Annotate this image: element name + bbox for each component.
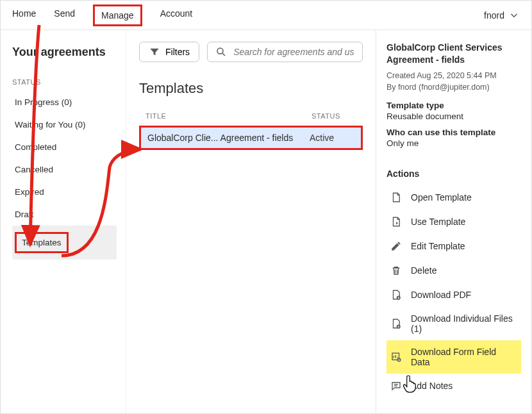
col-status-header: STATUS bbox=[312, 112, 356, 120]
templates-heading: Templates bbox=[139, 80, 363, 97]
sidebar-item-templates[interactable]: Templates bbox=[12, 226, 117, 260]
action-label: Download PDF bbox=[411, 290, 471, 300]
sidebar-item-waiting[interactable]: Waiting for You (0) bbox=[12, 113, 117, 136]
filters-label: Filters bbox=[165, 47, 190, 57]
nav-account[interactable]: Account bbox=[160, 8, 193, 22]
sidebar-heading: Your agreements bbox=[12, 46, 117, 59]
panel-created: Created Aug 25, 2020 5:44 PM bbox=[387, 70, 521, 81]
download-files-icon bbox=[390, 318, 402, 329]
filter-icon bbox=[149, 46, 160, 58]
search-icon bbox=[215, 46, 227, 58]
nav-home[interactable]: Home bbox=[12, 8, 36, 22]
main-content: Filters Templates TITLE STATUS GlobalCor… bbox=[126, 30, 376, 413]
panel-meta: Created Aug 25, 2020 5:44 PM By fnord (f… bbox=[387, 70, 521, 93]
action-edit-template[interactable]: Edit Template bbox=[387, 234, 521, 258]
svg-line-1 bbox=[222, 53, 225, 56]
action-download-pdf[interactable]: Download PDF bbox=[387, 283, 521, 307]
action-download-individual-files[interactable]: Download Individual Files (1) bbox=[387, 307, 521, 340]
action-label: Use Template bbox=[411, 217, 465, 227]
who-value: Only me bbox=[387, 138, 521, 148]
download-pdf-icon bbox=[390, 289, 402, 301]
col-title-header: TITLE bbox=[145, 112, 312, 120]
pencil-icon bbox=[390, 240, 402, 252]
row-title: GlobalCorp Clie... Agreement - fields bbox=[147, 133, 310, 143]
search-input[interactable] bbox=[233, 47, 354, 57]
chevron-down-icon bbox=[508, 10, 520, 21]
sidebar-item-expired[interactable]: Expired bbox=[12, 181, 117, 203]
action-delete[interactable]: Delete bbox=[387, 258, 521, 283]
filters-button[interactable]: Filters bbox=[139, 42, 199, 62]
nav-send[interactable]: Send bbox=[54, 8, 75, 22]
search-box[interactable] bbox=[207, 42, 363, 62]
sidebar-status-label: STATUS bbox=[12, 78, 117, 86]
action-label: Open Template bbox=[411, 192, 472, 203]
template-type-label: Template type bbox=[387, 101, 521, 110]
table-header: TITLE STATUS bbox=[139, 108, 363, 124]
cursor-hand-icon bbox=[402, 374, 419, 393]
nav-manage[interactable]: Manage bbox=[93, 4, 142, 26]
action-label: Download Form Field Data bbox=[411, 347, 517, 367]
sidebar-item-draft[interactable]: Draft bbox=[12, 203, 117, 226]
template-type-value: Reusable document bbox=[387, 112, 521, 121]
user-menu[interactable]: fnord bbox=[484, 10, 520, 21]
action-download-form-field-data[interactable]: Download Form Field Data bbox=[387, 340, 521, 374]
sidebar-item-completed[interactable]: Completed bbox=[12, 136, 117, 158]
actions-heading: Actions bbox=[387, 169, 521, 179]
trash-icon bbox=[390, 265, 402, 276]
notes-icon bbox=[390, 380, 402, 392]
action-label: Delete bbox=[411, 265, 436, 276]
sidebar: Your agreements STATUS In Progress (0) W… bbox=[1, 30, 126, 413]
action-use-template[interactable]: Use Template bbox=[387, 210, 521, 234]
svg-point-0 bbox=[217, 48, 223, 54]
action-label: Download Individual Files (1) bbox=[411, 313, 517, 334]
action-label: Edit Template bbox=[411, 241, 465, 251]
details-panel: GlobalCorp Client Services Agreement - f… bbox=[376, 30, 531, 413]
document-arrow-icon bbox=[390, 216, 402, 228]
sidebar-item-inprogress[interactable]: In Progress (0) bbox=[12, 91, 117, 113]
sidebar-item-templates-label: Templates bbox=[15, 232, 69, 253]
row-status: Active bbox=[310, 133, 354, 143]
sidebar-item-cancelled[interactable]: Cancelled bbox=[12, 158, 117, 181]
download-data-icon bbox=[390, 351, 402, 363]
table-row[interactable]: GlobalCorp Clie... Agreement - fields Ac… bbox=[139, 126, 363, 150]
top-nav: Home Send Manage Account fnord bbox=[1, 1, 531, 30]
user-name: fnord bbox=[484, 10, 504, 21]
action-open-template[interactable]: Open Template bbox=[387, 185, 521, 210]
panel-title: GlobalCorp Client Services Agreement - f… bbox=[387, 42, 521, 66]
document-icon bbox=[390, 192, 402, 203]
panel-by: By fnord (fnord@jupiter.dom) bbox=[387, 81, 521, 93]
who-label: Who can use this template bbox=[387, 128, 521, 137]
